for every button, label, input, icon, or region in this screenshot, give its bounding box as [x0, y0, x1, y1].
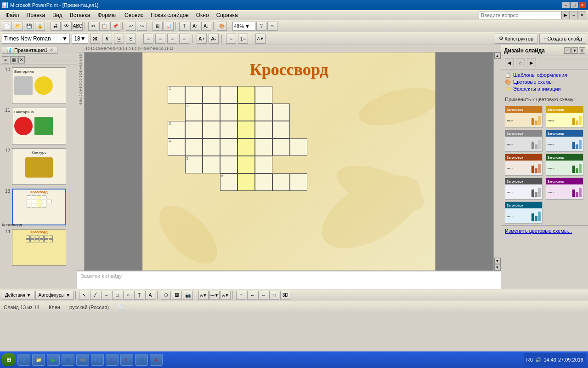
- more-button[interactable]: »: [267, 22, 277, 31]
- help-close-button[interactable]: ✕: [578, 11, 586, 19]
- shadow-button[interactable]: S: [126, 34, 136, 44]
- copy-button[interactable]: 📋: [99, 22, 109, 31]
- taskbar-photoshop[interactable]: Ps: [91, 354, 104, 366]
- taskbar-outlook[interactable]: @: [62, 354, 74, 366]
- scheme-3[interactable]: Заголовок текст: [505, 130, 543, 152]
- wordart-button[interactable]: A: [145, 291, 155, 300]
- menu-slideshow[interactable]: Показ слайдов: [147, 11, 192, 19]
- start-button[interactable]: ⊞: [2, 353, 16, 366]
- cut-button[interactable]: ✂: [88, 22, 98, 31]
- scheme-9[interactable]: Заголовок текст: [505, 201, 543, 224]
- slide-img-11[interactable]: Викторина: [12, 108, 66, 144]
- rect-button[interactable]: □: [112, 291, 122, 300]
- taskbar-yandex[interactable]: Я: [120, 354, 133, 366]
- panel-back-btn[interactable]: ◀: [505, 58, 514, 67]
- close-button[interactable]: ✕: [579, 2, 586, 8]
- slide-thumb-11[interactable]: 11 Викторина: [2, 107, 75, 145]
- scheme-8[interactable]: Заголовок текст: [546, 178, 583, 200]
- slide-img-12[interactable]: Конкурс: [12, 148, 66, 185]
- new-button[interactable]: 📄: [2, 22, 12, 31]
- dash-style-button[interactable]: --: [247, 291, 257, 300]
- menu-format[interactable]: Формат: [94, 11, 121, 19]
- slide-thumb-13[interactable]: 13 Кроссворд: [2, 188, 75, 226]
- panel-minimize-btn[interactable]: –: [564, 47, 571, 54]
- fontsize-down[interactable]: A↓: [201, 22, 211, 31]
- panel-menu-btn[interactable]: ▼: [571, 47, 578, 54]
- scheme-2[interactable]: Заголовок текст: [546, 106, 583, 128]
- spellcheck-button[interactable]: ABC: [73, 22, 83, 31]
- menu-window[interactable]: Окно: [192, 11, 213, 19]
- bold-button[interactable]: Ж: [90, 34, 100, 44]
- redo-button[interactable]: ↪: [137, 22, 147, 31]
- panel-outline-btn[interactable]: ≡: [2, 56, 9, 63]
- size-dropdown-icon[interactable]: ▼: [80, 35, 86, 42]
- panel-close-btn[interactable]: ✕: [579, 47, 585, 54]
- link-templates[interactable]: 📋Шаблоны оформления: [505, 72, 584, 78]
- shadow-style-button[interactable]: ◻: [269, 291, 279, 300]
- slide-thumb-10[interactable]: 10 Викторина: [2, 66, 75, 105]
- scroll-up-arrow[interactable]: ▲: [494, 52, 501, 59]
- zoom-dropdown-icon[interactable]: ▼: [245, 23, 250, 29]
- vertical-scrollbar[interactable]: ▲ ▼ ▼: [493, 52, 501, 270]
- slide-canvas[interactable]: Кроссворд 1: [142, 52, 436, 270]
- scheme-4[interactable]: Заголовок текст: [546, 130, 583, 152]
- font-color-draw[interactable]: A▼: [220, 291, 231, 300]
- taskbar-viber[interactable]: V: [106, 354, 119, 366]
- tab-close-icon[interactable]: ✕: [50, 47, 53, 52]
- textbox-button[interactable]: T: [179, 22, 189, 31]
- clipart-button[interactable]: 🖼: [172, 291, 182, 300]
- permission-button[interactable]: 🔒: [35, 22, 45, 31]
- panel-home-btn[interactable]: ⌂: [516, 58, 525, 67]
- save-button[interactable]: 💾: [24, 22, 34, 31]
- constructor-button[interactable]: ⚙ Конструктор: [495, 34, 537, 44]
- maximize-button[interactable]: □: [571, 2, 578, 8]
- underline-button[interactable]: Ч: [114, 34, 124, 44]
- slide-img-10[interactable]: Викторина: [12, 67, 66, 104]
- slide-thumb-14[interactable]: 14 Кроссворд: [2, 228, 75, 267]
- color-scheme-button[interactable]: 🎨: [217, 22, 227, 31]
- undo-button[interactable]: ↩: [126, 22, 136, 31]
- change-schemes-link[interactable]: Изменить цветовые схемы...: [505, 228, 572, 234]
- insert-table-button[interactable]: ⊞: [153, 22, 163, 31]
- link-color-schemes[interactable]: 🎨Цветовые схемы: [505, 79, 584, 85]
- menu-edit[interactable]: Правка: [23, 11, 49, 19]
- taskbar-media[interactable]: ▶: [47, 354, 60, 366]
- taskbar-chrome[interactable]: ⚙: [76, 354, 89, 366]
- scroll-down-arrow[interactable]: ▼: [494, 258, 501, 264]
- create-slide-button[interactable]: + Создать слайд: [539, 34, 586, 44]
- align-center-button[interactable]: ≡: [155, 34, 165, 44]
- menu-help[interactable]: Справка: [213, 11, 242, 19]
- font-size-shrink[interactable]: A-: [209, 34, 219, 44]
- picture-button[interactable]: 📷: [183, 291, 193, 300]
- menu-insert[interactable]: Вставка: [66, 11, 94, 19]
- fill-color-button[interactable]: A▼: [198, 291, 209, 300]
- panel-fwd-btn[interactable]: ▶: [527, 58, 536, 67]
- scheme-7[interactable]: Заголовок текст: [505, 178, 543, 200]
- 3d-button[interactable]: 3D: [280, 291, 290, 300]
- help-minimize-button[interactable]: –: [570, 11, 578, 19]
- help-input[interactable]: [479, 11, 561, 19]
- taskbar-word[interactable]: W: [135, 354, 148, 366]
- font-dropdown-icon[interactable]: ▼: [62, 35, 68, 42]
- actions-button[interactable]: Действия ▼: [2, 291, 34, 300]
- presentation-tab[interactable]: 📊 Презентация1 ✕: [2, 46, 57, 54]
- notes-area[interactable]: Заметки к слайду: [77, 270, 501, 289]
- line-color-button[interactable]: —▼: [209, 291, 220, 300]
- fontsize-up[interactable]: A↑: [190, 22, 200, 31]
- scheme-1[interactable]: Заголовок текст: [505, 106, 543, 128]
- autoshapes-button[interactable]: Автофигуры ▼: [35, 291, 74, 300]
- slide-thumb-12[interactable]: 12 Конкурс: [2, 147, 75, 186]
- line-button[interactable]: ╱: [90, 291, 100, 300]
- arrow-button[interactable]: →: [101, 291, 111, 300]
- paste-button[interactable]: 📌: [110, 22, 120, 31]
- minimize-button[interactable]: –: [562, 2, 570, 8]
- taskbar-ie[interactable]: e: [17, 354, 30, 366]
- taskbar-explorer[interactable]: 📁: [32, 354, 45, 366]
- menu-view[interactable]: Вид: [49, 11, 66, 19]
- cursor-button[interactable]: ↖: [79, 291, 89, 300]
- line-style-button[interactable]: ≡: [236, 291, 246, 300]
- oval-button[interactable]: ○: [123, 291, 133, 300]
- menu-file[interactable]: Файл: [2, 11, 23, 19]
- font-size-grow[interactable]: A+: [197, 34, 207, 44]
- help-search-button[interactable]: ▶: [561, 11, 570, 19]
